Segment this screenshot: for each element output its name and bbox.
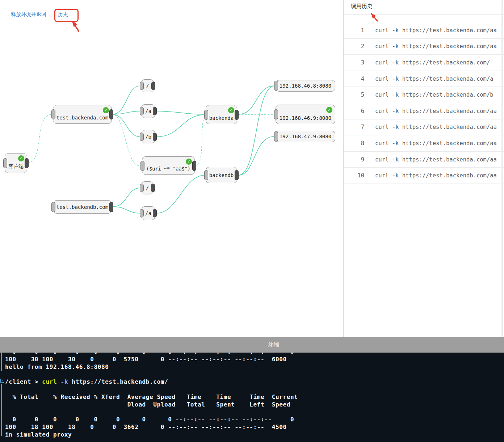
- node-label: ($uri ~* "aa$"): [146, 166, 190, 172]
- node-backenda[interactable]: ✓ backenda: [206, 105, 237, 124]
- input-port: [140, 107, 144, 115]
- input-port: [51, 202, 55, 212]
- node-label: backenda: [209, 115, 234, 121]
- input-port: [274, 131, 278, 142]
- node-uri-regex[interactable]: ✓ ($uri ~* "aa$"): [142, 156, 195, 175]
- node-label: test.backendb.com: [56, 204, 108, 210]
- history-row-index: 1: [344, 27, 364, 34]
- node-label: 客户端: [8, 163, 24, 170]
- input-port: [140, 132, 144, 141]
- output-port: [25, 158, 29, 168]
- node-path-root-b[interactable]: /: [141, 181, 154, 194]
- node-label: 192.168.46.9:8080: [280, 115, 331, 121]
- output-port: [153, 107, 157, 115]
- node-client[interactable]: ✓ 客户端: [5, 153, 27, 173]
- output-port: [109, 202, 113, 212]
- red-arrow-icon: [72, 20, 79, 31]
- history-row-index: 8: [344, 140, 364, 147]
- release-environment-link[interactable]: 释放环境并返回: [11, 11, 46, 18]
- prompt-curl-token: curl: [42, 378, 57, 385]
- history-row-command: curl -k https://test.backenda.com/aa: [375, 27, 497, 34]
- check-icon: ✓: [103, 107, 109, 113]
- solid-edges: [112, 86, 274, 213]
- output-port: [235, 110, 239, 120]
- history-row-index: 5: [344, 92, 364, 98]
- check-icon: ✓: [228, 107, 234, 113]
- input-port: [3, 158, 7, 168]
- history-list: 1curl -k https://test.backenda.com/aa2cu…: [344, 22, 504, 184]
- history-row-command: curl -k https://test.backenda.com/aa: [375, 156, 497, 163]
- call-history-title: 调用历史: [351, 3, 373, 10]
- output-port: [151, 184, 155, 192]
- output-port: [235, 170, 239, 180]
- output-port: [109, 109, 113, 119]
- fold-guide-line: [1, 350, 2, 371]
- node-label: 192.168.46.8:8080: [280, 83, 331, 89]
- check-icon: ✓: [18, 155, 24, 161]
- history-row: 4curl -k https://test.backenda.com/a: [344, 71, 504, 87]
- node-label: /: [146, 185, 149, 191]
- fold-guide-line: [1, 384, 2, 436]
- history-row: 8curl -k https://test.backenda.com/aa: [344, 135, 504, 152]
- history-row: 10curl -k https://test.backendb.com/aa: [344, 168, 504, 184]
- input-port: [204, 110, 208, 120]
- fold-collapse-icon[interactable]: -: [0, 379, 4, 383]
- call-history-panel: 调用历史 1curl -k https://test.backenda.com/…: [343, 0, 504, 337]
- node-path-b-a[interactable]: /b: [141, 130, 155, 143]
- history-link[interactable]: 历史: [58, 11, 68, 18]
- node-path-a-a[interactable]: /a: [141, 104, 155, 118]
- output-port: [153, 132, 157, 141]
- node-backendb[interactable]: backendb: [206, 167, 237, 183]
- history-row: 6curl -k https://test.backenda.com/aa: [344, 103, 504, 119]
- input-port: [274, 109, 278, 119]
- prompt-space: [57, 378, 60, 385]
- input-port: [140, 184, 144, 192]
- history-row-command: curl -k https://test.backenda.com/aa: [375, 108, 497, 114]
- input-port: [140, 209, 144, 218]
- node-path-root-a[interactable]: /: [141, 79, 154, 92]
- history-row-command: curl -k https://test.backenda.com/a: [375, 76, 494, 82]
- terminal-header-bar: 终端: [0, 337, 504, 353]
- terminal-pane[interactable]: 终端 - 0 0 0 0 0 0 0 0 --:--:-- --:--:-- -…: [0, 337, 504, 442]
- scrollbar[interactable]: [501, 0, 503, 337]
- terminal-output: 0 0 0 0 0 0 0 0 --:--:-- --:--:-- --:--:…: [5, 348, 298, 439]
- prompt-path: /client >: [5, 378, 42, 385]
- history-row-command: curl -k https://test.backenda.com/aa: [375, 140, 497, 147]
- history-row: 9curl -k https://test.backenda.com/aa: [344, 152, 504, 168]
- history-row: 2curl -k https://test.backenda.com/aa: [344, 39, 504, 55]
- history-row: 5curl -k https://test.backenda.com/b: [344, 87, 504, 103]
- history-row: 3curl -k https://test.backenda.com/: [344, 55, 504, 71]
- node-path-a-b[interactable]: /a: [141, 206, 155, 220]
- history-row-command: curl -k https://test.backenda.com/b: [375, 92, 494, 98]
- terminal-lines-after: % Total % Received % Xferd Average Speed…: [5, 393, 298, 438]
- prompt-url: https://test.backendb.com/: [68, 378, 168, 385]
- history-row-index: 6: [344, 108, 364, 114]
- output-port: [153, 209, 157, 218]
- check-icon: ✓: [326, 107, 332, 113]
- check-icon: ✓: [186, 159, 192, 165]
- input-port: [274, 81, 278, 91]
- output-port: [192, 161, 196, 171]
- node-label: test.backenda.com: [56, 115, 108, 121]
- history-row-index: 7: [344, 124, 364, 130]
- history-row-command: curl -k https://test.backenda.com/aa: [375, 124, 497, 130]
- input-port: [140, 82, 144, 90]
- node-label: /b: [145, 134, 151, 140]
- node-label: backendb: [209, 172, 234, 178]
- divider: [344, 14, 504, 15]
- history-row: 7curl -k https://test.backenda.com/aa: [344, 119, 504, 136]
- app-window: 释放环境并返回 历史 ✓ 客户端 ✓ test.backenda.com / /…: [0, 0, 504, 442]
- node-test-backenda-com[interactable]: ✓ test.backenda.com: [53, 105, 112, 124]
- history-row-index: 9: [344, 156, 364, 163]
- history-row-command: curl -k https://test.backenda.com/: [375, 59, 490, 66]
- node-ip-192-168-47-9[interactable]: 192.168.47.9:8080: [276, 131, 335, 142]
- input-port: [140, 161, 144, 171]
- history-row-index: 3: [344, 59, 364, 66]
- node-test-backendb-com[interactable]: test.backendb.com: [53, 200, 112, 214]
- history-row-index: 2: [344, 43, 364, 50]
- node-ip-192-168-46-9[interactable]: ✓ 192.168.46.9:8080: [276, 105, 335, 124]
- prompt-flag-token: -k: [61, 378, 68, 385]
- output-port: [151, 82, 155, 90]
- node-label: /: [146, 83, 149, 89]
- node-ip-192-168-46-8[interactable]: 192.168.46.8:8080: [276, 80, 335, 92]
